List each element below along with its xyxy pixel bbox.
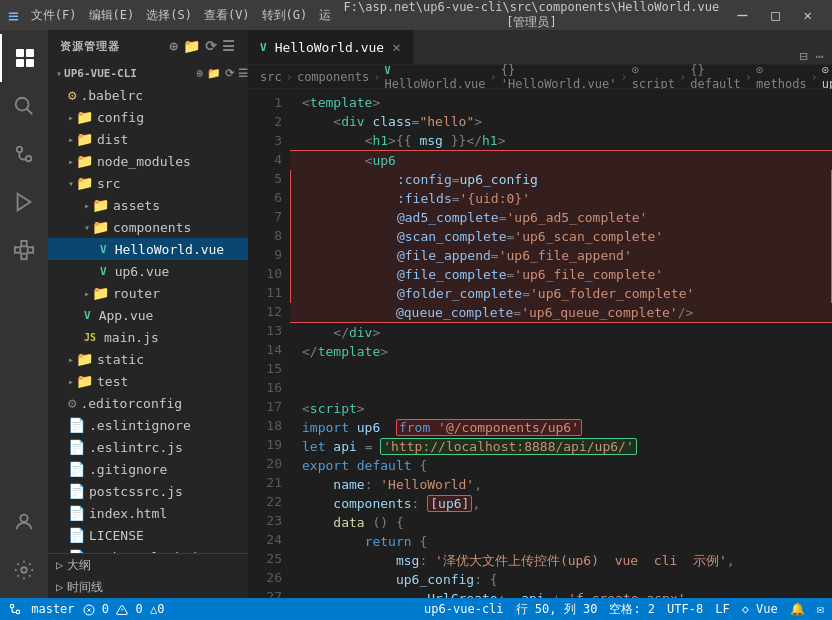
language-status[interactable]: ◇ Vue [742,602,778,616]
tab-helloworld[interactable]: V HelloWorld.vue ✕ [248,30,414,64]
menu-view[interactable]: 查看(V) [198,7,256,24]
gitignore-label: .gitignore [89,462,167,477]
maximize-button[interactable]: □ [759,7,791,23]
code-content[interactable]: <template> <div class="hello"> <h1>{{ ms… [290,89,832,598]
bc-sep2: › [373,70,380,84]
source-control-activity-icon[interactable] [0,130,48,178]
menu-select[interactable]: 选择(S) [140,7,198,24]
extensions-activity-icon[interactable] [0,226,48,274]
mainjs-label: main.js [104,330,159,345]
bc-components[interactable]: components [297,70,369,84]
minimize-button[interactable]: ─ [725,6,759,25]
tree-indexhtml[interactable]: 📄 index.html [48,502,248,524]
tab-close-icon[interactable]: ✕ [392,39,400,55]
assets-label: assets [113,198,160,213]
notification-icon[interactable]: 🔔 [790,602,805,616]
branch-status[interactable]: master [8,602,75,617]
router-arrow: ▸ [84,288,90,299]
outline-label: 大纲 [67,557,91,574]
bc-default[interactable]: {} default [690,63,741,91]
ln-27: 27 [248,587,282,598]
project-status[interactable]: up6-vue-cli [424,602,503,616]
bc-src[interactable]: src [260,70,282,84]
refresh-icon[interactable]: ⟳ [205,38,218,54]
ln-13: 13 [248,321,282,340]
tree-assets[interactable]: ▸ 📁 assets [48,194,248,216]
bc-methods[interactable]: ⊙ methods [756,63,807,91]
tree-eslintignore[interactable]: 📄 .eslintignore [48,414,248,436]
tree-packagelock[interactable]: 📄 package-lock.json [48,546,248,553]
tree-dist[interactable]: ▸ 📁 dist [48,128,248,150]
src-arrow: ▾ [68,178,74,189]
debug-activity-icon[interactable] [0,178,48,226]
spaces-status[interactable]: 空格: 2 [609,601,655,618]
sidebar-header: 资源管理器 ⊕ 📁 ⟳ ☰ [48,30,248,62]
menu-file[interactable]: 文件(F) [25,7,83,24]
encoding-status[interactable]: UTF-8 [667,602,703,616]
root-action3[interactable]: ⟳ [225,67,234,80]
tree-license[interactable]: 📄 LICENSE [48,524,248,546]
svg-rect-1 [26,49,34,57]
tree-static[interactable]: ▸ 📁 static [48,348,248,370]
node-modules-arrow: ▸ [68,156,74,167]
helloworld-icon: V [100,243,107,256]
title-bar: ≡ 文件(F) 编辑(E) 选择(S) 查看(V) 转到(G) 运 F:\asp… [0,0,832,30]
tree-babelrc[interactable]: ⚙ .babelrc [48,84,248,106]
eol-status[interactable]: LF [715,602,729,616]
status-right: up6-vue-cli 行 50, 列 30 空格: 2 UTF-8 LF ◇ … [424,601,824,618]
status-left: master 0 0 △0 [8,602,164,617]
new-folder-icon[interactable]: 📁 [183,38,201,54]
code-line-13: </div> [290,323,832,342]
close-button[interactable]: ✕ [792,7,824,23]
menu-run[interactable]: 运 [313,7,337,24]
root-action4[interactable]: ☰ [238,67,248,80]
tree-postcssrc[interactable]: 📄 postcssrc.js [48,480,248,502]
error-status[interactable]: 0 0 △0 [83,602,165,616]
settings-activity-icon[interactable] [0,546,48,594]
tree-components[interactable]: ▾ 📁 components [48,216,248,238]
tree-config[interactable]: ▸ 📁 config [48,106,248,128]
tree-helloworld[interactable]: V HelloWorld.vue [48,238,248,260]
code-line-10: @file_complete='up6_file_complete' [290,265,832,284]
ln-19: 19 [248,435,282,454]
bc-script[interactable]: ⊙ script [632,63,675,91]
menu-goto[interactable]: 转到(G) [256,7,314,24]
root-action1[interactable]: ⊕ [196,67,203,80]
account-activity-icon[interactable] [0,498,48,546]
tree-root[interactable]: ▾ UP6-VUE-CLI ⊕ 📁 ⟳ ☰ [48,62,248,84]
tree-appvue[interactable]: V App.vue [48,304,248,326]
ln-1: 1 [248,93,282,112]
collapse-icon[interactable]: ☰ [222,38,236,54]
svg-rect-11 [21,241,27,247]
root-action2[interactable]: 📁 [207,67,221,80]
ln-14: 14 [248,340,282,359]
code-line-15 [290,361,832,380]
tree-eslintrc[interactable]: 📄 .eslintrc.js [48,436,248,458]
bc-file[interactable]: V HelloWorld.vue [384,63,485,91]
search-activity-icon[interactable] [0,82,48,130]
tree-router[interactable]: ▸ 📁 router [48,282,248,304]
tree-mainjs[interactable]: JS main.js [48,326,248,348]
tree-node-modules[interactable]: ▸ 📁 node_modules [48,150,248,172]
helloworld-label: HelloWorld.vue [115,242,225,257]
new-file-icon[interactable]: ⊕ [170,38,179,54]
tree-up6vue[interactable]: V up6.vue [48,260,248,282]
config-label: config [97,110,144,125]
outline-section[interactable]: ▷ 大纲 [48,554,248,576]
ln-2: 2 [248,112,282,131]
tree-editorconfig[interactable]: ⚙ .editorconfig [48,392,248,414]
test-label: test [97,374,128,389]
bc-helloworldcomp[interactable]: {} 'HelloWorld.vue' [501,63,617,91]
sidebar-bottom: ▷ 大纲 ▷ 时间线 [48,553,248,598]
feedback-icon[interactable]: ✉ [817,602,824,616]
tree-src[interactable]: ▾ 📁 src [48,172,248,194]
svg-marker-8 [18,194,31,211]
code-editor: 1 2 3 4 5 6 7 8 9 10 11 12 13 14 15 16 1… [248,89,832,598]
svg-rect-9 [15,247,21,253]
menu-edit[interactable]: 编辑(E) [83,7,141,24]
explorer-activity-icon[interactable] [0,34,48,82]
tree-test[interactable]: ▸ 📁 test [48,370,248,392]
tree-gitignore[interactable]: 📄 .gitignore [48,458,248,480]
timeline-section[interactable]: ▷ 时间线 [48,576,248,598]
position-status[interactable]: 行 50, 列 30 [516,601,598,618]
